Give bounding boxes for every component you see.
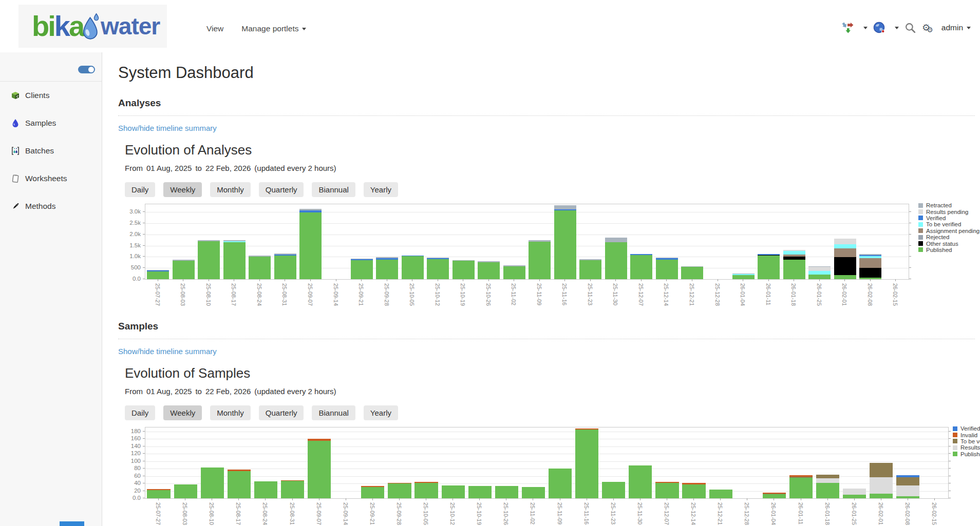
legend-swatch: [918, 247, 923, 252]
chevron-down-icon[interactable]: [895, 27, 899, 29]
segment-published: [376, 260, 398, 279]
period-yearly-button[interactable]: Yearly: [364, 182, 398, 197]
period-monthly-button[interactable]: Monthly: [210, 405, 251, 420]
legend-item: Published: [953, 451, 980, 457]
segment-published: [816, 483, 839, 498]
sidebar-item-batches[interactable]: Batches: [0, 137, 102, 165]
chevron-down-icon: [967, 27, 971, 29]
x-axis-tick-label: 25-11-16: [583, 502, 590, 524]
segment-published: [274, 256, 296, 279]
legend-item: Other status: [918, 240, 979, 246]
x-axis-tick-label: 25-10-12: [449, 502, 456, 525]
x-axis-tick-label: 25-11-02: [530, 502, 536, 524]
bar-25-08-17: [228, 470, 251, 498]
period-quarterly-button[interactable]: Quarterly: [259, 182, 304, 197]
x-axis-tick-label: 25-08-17: [231, 283, 237, 306]
date-to-label: to: [195, 164, 202, 172]
x-axis-tick-label: 25-11-02: [511, 283, 517, 305]
manage-portlets-label: Manage portlets: [241, 24, 298, 33]
date-to-label: to: [195, 387, 202, 396]
period-daily-button[interactable]: Daily: [125, 405, 155, 420]
segment-published: [630, 255, 652, 279]
x-axis-tick-label: 26-02-01: [841, 283, 847, 306]
y-axis-tick-label: 1.5k: [125, 242, 141, 249]
legend-item: Published: [918, 247, 979, 253]
search-icon[interactable]: [904, 22, 916, 34]
analyses-section: Analyses Show/hide timeline summary Evol…: [118, 98, 980, 305]
legend-label: Verified: [926, 215, 946, 221]
period-weekly-button[interactable]: Weekly: [163, 405, 202, 420]
bar-25-11-30: [629, 465, 652, 498]
nav-view-link[interactable]: View: [206, 24, 223, 33]
nav-manage-portlets-link[interactable]: Manage portlets: [241, 24, 306, 33]
bar-25-08-31: [274, 254, 296, 279]
date-from-value: 01 Aug, 2025: [146, 164, 192, 172]
sidebar-item-clients[interactable]: Clients: [0, 82, 102, 109]
legend-label: To be verified: [926, 221, 961, 227]
x-axis-tick-label: 26-01-04: [740, 283, 746, 306]
period-yearly-button[interactable]: Yearly: [364, 405, 398, 420]
segment-published: [254, 481, 277, 498]
sidebar-item-worksheets[interactable]: Worksheets: [0, 165, 102, 192]
bar-25-08-10: [198, 240, 220, 279]
period-quarterly-button[interactable]: Quarterly: [259, 405, 304, 420]
sidebar-item-methods[interactable]: Methods: [0, 192, 102, 220]
samples-timeline-toggle-link[interactable]: Show/hide timeline summary: [118, 347, 217, 356]
x-axis-tick-label: 25-08-17: [235, 502, 241, 525]
methods-icon: [11, 202, 20, 211]
segment-results-pending: [843, 489, 866, 495]
bar-25-07-27: [147, 270, 169, 279]
x-axis-tick-label: 26-02-01: [878, 502, 884, 525]
bar-25-11-02: [522, 487, 545, 498]
x-axis-tick-label: 25-10-19: [460, 283, 466, 306]
sidebar-collapse-toggle[interactable]: [78, 66, 95, 73]
y-axis-tick-label: 80: [125, 464, 141, 472]
legend-swatch: [953, 445, 957, 450]
legend-swatch: [953, 433, 957, 437]
bar-25-09-28: [388, 483, 411, 498]
period-daily-button[interactable]: Daily: [125, 182, 155, 197]
segment-published: [351, 260, 373, 279]
x-axis-tick-label: 25-12-28: [744, 502, 750, 525]
bar-25-11-23: [579, 259, 601, 279]
x-axis-tick-label: 25-12-07: [664, 502, 670, 525]
segment-to-be-verified: [896, 477, 919, 485]
y-axis-tick-label: 20: [125, 487, 141, 494]
x-axis-tick-label: 26-01-11: [765, 283, 771, 305]
analyses-timeline-toggle-link[interactable]: Show/hide timeline summary: [118, 124, 217, 132]
gears-icon[interactable]: ⚙⚙: [922, 22, 930, 33]
x-axis-tick-label: 25-08-03: [182, 502, 188, 525]
samples-period-selector: DailyWeeklyMonthlyQuarterlyBiannualYearl…: [125, 405, 980, 420]
bar-26-01-25: [808, 266, 831, 279]
x-axis-tick-label: 25-11-09: [536, 283, 542, 305]
sidebar-item-samples[interactable]: Samples: [0, 109, 102, 137]
globe-icon[interactable]: [873, 22, 885, 34]
period-biannual-button[interactable]: Biannual: [312, 182, 355, 197]
x-axis-tick-label: 25-09-21: [369, 502, 375, 525]
y-axis-tick-label: 180: [125, 427, 141, 435]
bar-25-11-16: [575, 428, 598, 498]
chevron-down-icon[interactable]: [863, 27, 868, 29]
sidebar-item-label: Batches: [25, 146, 54, 155]
x-axis-tick-label: 25-08-24: [262, 502, 268, 525]
x-axis-tick-label: 25-09-14: [333, 283, 339, 306]
x-axis-tick-label: 25-08-24: [256, 283, 262, 306]
workflow-icon[interactable]: [841, 22, 854, 34]
brand-logo[interactable]: bika water: [18, 5, 167, 48]
bar-25-12-14: [682, 483, 705, 498]
bar-25-09-07: [308, 439, 331, 498]
bar-26-02-08: [859, 254, 881, 279]
y-axis-tick-label: 0.0: [125, 275, 141, 282]
chart-legend: RetractedResults pendingVerifiedTo be ve…: [918, 202, 979, 253]
x-axis-tick-label: 25-12-21: [689, 283, 695, 306]
period-biannual-button[interactable]: Biannual: [312, 405, 355, 420]
segment-published: [629, 465, 652, 498]
date-from-value: 01 Aug, 2025: [146, 387, 192, 396]
segment-published: [605, 242, 627, 279]
user-menu[interactable]: admin: [941, 23, 971, 32]
x-axis-tick-label: 25-12-28: [714, 283, 721, 306]
period-monthly-button[interactable]: Monthly: [210, 182, 251, 197]
x-axis-tick-label: 26-01-18: [824, 502, 831, 525]
period-weekly-button[interactable]: Weekly: [163, 182, 202, 197]
bar-25-08-31: [281, 480, 304, 499]
